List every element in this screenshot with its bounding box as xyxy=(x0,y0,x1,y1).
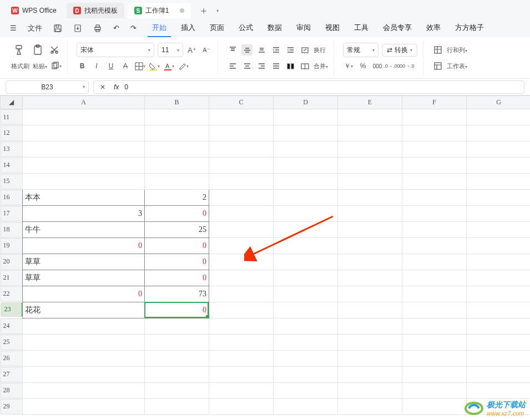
cell-B25[interactable] xyxy=(145,335,209,351)
align-center-icon[interactable] xyxy=(241,60,253,72)
col-header-E[interactable]: E xyxy=(338,96,402,109)
cell-D26[interactable] xyxy=(274,351,338,367)
format-painter-button[interactable] xyxy=(11,43,27,57)
strike-icon[interactable]: A xyxy=(120,60,131,72)
cell-A21[interactable]: 草草 xyxy=(23,270,145,286)
tab-review[interactable]: 审阅 xyxy=(292,19,315,37)
increase-font-icon[interactable]: A⁺ xyxy=(186,44,198,55)
save-icon[interactable] xyxy=(49,21,67,35)
row-header-22[interactable]: 22 xyxy=(1,286,23,302)
cell-B18[interactable]: 25 xyxy=(145,222,209,238)
cell-E20[interactable] xyxy=(338,254,402,270)
row-header-23[interactable]: 23 xyxy=(1,302,23,317)
tab-page[interactable]: 页面 xyxy=(205,19,229,37)
tab-tools[interactable]: 工具 xyxy=(350,19,373,37)
cancel-icon[interactable]: ✕ xyxy=(97,82,108,93)
cell-F13[interactable] xyxy=(402,141,467,158)
cell-E23[interactable] xyxy=(338,302,402,318)
cell-D21[interactable] xyxy=(274,270,338,286)
tab-formula[interactable]: 公式 xyxy=(234,19,258,37)
cell-E27[interactable] xyxy=(338,367,402,383)
cell-F24[interactable] xyxy=(402,318,467,335)
cell-B16[interactable]: 2 xyxy=(145,190,209,206)
col-header-D[interactable]: D xyxy=(274,96,338,109)
underline-icon[interactable]: U xyxy=(105,60,117,72)
tab-vip[interactable]: 会员专享 xyxy=(378,19,416,37)
worksheet-button[interactable]: 工作表▾ xyxy=(447,62,467,70)
cell-B11[interactable] xyxy=(145,109,209,125)
cell-G26[interactable] xyxy=(467,351,531,367)
cell-B26[interactable] xyxy=(145,351,209,367)
copy-icon[interactable]: ▾ xyxy=(51,60,62,72)
cell-E19[interactable] xyxy=(338,238,402,254)
tab-menu-chevron-icon[interactable]: ▾ xyxy=(216,8,219,13)
orientation-icon[interactable] xyxy=(299,44,310,55)
cell-C21[interactable] xyxy=(209,270,274,286)
number-format-select[interactable]: 常规▾ xyxy=(343,43,378,57)
cell-A16[interactable]: 本本 xyxy=(23,190,145,206)
align-bottom-icon[interactable] xyxy=(256,44,267,55)
tab-ffgz[interactable]: 方方格子 xyxy=(451,19,488,37)
cell-C11[interactable] xyxy=(209,109,274,125)
file-menu[interactable]: 文件 xyxy=(23,21,47,36)
cell-G15[interactable] xyxy=(467,174,531,190)
row-header-21[interactable]: 21 xyxy=(1,270,23,286)
cell-F21[interactable] xyxy=(402,270,467,286)
cell-A22[interactable]: 0 xyxy=(23,286,145,302)
cell-D28[interactable] xyxy=(274,383,338,399)
cell-E13[interactable] xyxy=(338,141,402,158)
rowcol-button[interactable]: 行和列▾ xyxy=(447,46,467,54)
cell-A24[interactable] xyxy=(23,318,145,335)
row-header-25[interactable]: 25 xyxy=(1,335,23,350)
cell-G12[interactable] xyxy=(467,125,531,141)
font-select[interactable]: 宋体▾ xyxy=(77,43,154,57)
cell-A17[interactable]: 3 xyxy=(23,206,145,222)
cell-B29[interactable] xyxy=(145,399,209,415)
cell-F17[interactable] xyxy=(402,206,467,222)
cell-D24[interactable] xyxy=(274,318,338,335)
cell-C15[interactable] xyxy=(209,174,274,190)
cell-G28[interactable] xyxy=(467,383,531,399)
cell-E25[interactable] xyxy=(338,335,402,351)
cell-A12[interactable] xyxy=(23,125,145,141)
cell-B15[interactable] xyxy=(145,174,209,190)
cell-D19[interactable] xyxy=(274,238,338,254)
row-header-12[interactable]: 12 xyxy=(1,125,23,141)
cell-B21[interactable]: 0 xyxy=(145,270,209,286)
cell-D14[interactable] xyxy=(274,158,338,174)
hamburger-icon[interactable]: ☰ xyxy=(6,22,21,34)
justify-icon[interactable] xyxy=(270,60,281,72)
cell-F29[interactable] xyxy=(402,399,467,415)
cell-F25[interactable] xyxy=(402,335,467,351)
cell-E15[interactable] xyxy=(338,174,402,190)
cell-E16[interactable] xyxy=(338,190,402,206)
row-header-11[interactable]: 11 xyxy=(1,109,23,125)
cell-G21[interactable] xyxy=(467,270,531,286)
clear-format-icon[interactable]: ▾ xyxy=(178,60,189,72)
cell-D27[interactable] xyxy=(274,367,338,383)
row-header-18[interactable]: 18 xyxy=(1,222,23,237)
fill-color-icon[interactable]: ▾ xyxy=(149,60,160,72)
cell-G22[interactable] xyxy=(467,286,531,302)
cell-G20[interactable] xyxy=(467,254,531,270)
tab-home[interactable]: 开始 xyxy=(148,19,171,37)
cell-C16[interactable] xyxy=(209,190,274,206)
cell-F14[interactable] xyxy=(402,158,467,174)
cell-D11[interactable] xyxy=(274,109,338,125)
cell-F27[interactable] xyxy=(402,367,467,383)
align-left-icon[interactable] xyxy=(227,60,238,72)
fx-icon[interactable]: fx xyxy=(114,83,119,91)
row-header-14[interactable]: 14 xyxy=(1,158,23,173)
cell-C12[interactable] xyxy=(209,125,274,141)
cell-A23[interactable]: 花花 xyxy=(23,302,145,318)
cell-C18[interactable] xyxy=(209,222,274,238)
align-right-icon[interactable] xyxy=(256,60,267,72)
col-header-C[interactable]: C xyxy=(209,96,274,109)
cell-C25[interactable] xyxy=(209,335,274,351)
cell-A25[interactable] xyxy=(23,335,145,351)
cell-C20[interactable] xyxy=(209,254,274,270)
cell-E11[interactable] xyxy=(338,109,402,125)
cell-F16[interactable] xyxy=(402,190,467,206)
app-tab[interactable]: W WPS Office xyxy=(4,3,63,18)
wrap-button[interactable]: 换行 xyxy=(314,46,326,54)
